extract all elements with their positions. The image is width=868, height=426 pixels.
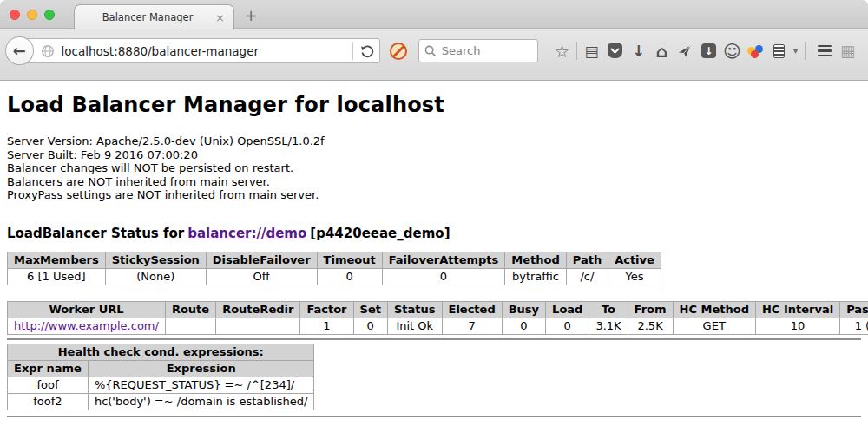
smiley-chat-icon[interactable]: ☺ bbox=[720, 41, 744, 62]
table-cell: 1 bbox=[300, 318, 353, 334]
content-blocked-icon[interactable] bbox=[390, 43, 407, 60]
new-tab-button[interactable]: + bbox=[245, 7, 257, 24]
table-cell: bytraffic bbox=[505, 268, 566, 285]
table-cell: Init Ok bbox=[387, 318, 442, 334]
table-cell: 1 (0) bbox=[840, 318, 868, 334]
column-header: MaxMembers bbox=[8, 252, 106, 268]
reload-icon[interactable] bbox=[355, 44, 379, 58]
tab-title: Balancer Manager bbox=[82, 11, 214, 23]
table-cell: 6 [1 Used] bbox=[8, 268, 106, 285]
send-plane-icon[interactable] bbox=[674, 41, 697, 62]
table-cell: GET bbox=[673, 318, 755, 334]
table-cell: (None) bbox=[105, 268, 206, 285]
column-header: HC Interval bbox=[755, 301, 839, 318]
expr-name-cell: foof bbox=[8, 377, 89, 393]
column-header: To bbox=[589, 301, 628, 318]
proxypass-note-line: ProxyPass settings are NOT inherited fro… bbox=[7, 188, 861, 202]
toolbar-divider bbox=[576, 42, 577, 60]
inherit-note-line: Balancers are NOT inherited from main se… bbox=[7, 175, 861, 189]
table-header-row: Expr name Expression bbox=[8, 360, 314, 377]
table-cell: 0 bbox=[502, 318, 545, 334]
column-header: Worker URL bbox=[8, 301, 166, 318]
page-content: Load Balancer Manager for localhost Serv… bbox=[0, 81, 868, 426]
table-row: foof2 hc('body') =~ /domain is establish… bbox=[8, 393, 314, 410]
table-cell bbox=[216, 318, 300, 334]
column-header: Timeout bbox=[317, 252, 382, 268]
expression-cell: %{REQUEST_STATUS} =~ /^[234]/ bbox=[88, 377, 314, 393]
loadbalancer-status-heading: LoadBalancer Status forbalancer://demo[p… bbox=[7, 226, 861, 241]
tab-close-icon[interactable]: × bbox=[214, 11, 227, 24]
persist-note-line: Balancer changes will NOT be persisted o… bbox=[7, 161, 861, 175]
column-header: Load bbox=[546, 301, 589, 318]
downloads-icon[interactable]: ↓ bbox=[627, 41, 650, 62]
home-icon[interactable]: ⌂ bbox=[650, 41, 674, 62]
column-header: FailoverAttempts bbox=[382, 252, 505, 268]
urlbar-divider bbox=[352, 43, 353, 60]
server-info: Server Version: Apache/2.5.0-dev (Unix) … bbox=[7, 134, 861, 202]
url-bar[interactable]: localhost:8880/balancer-manager bbox=[19, 38, 380, 63]
browser-window: Balancer Manager × + ← localhost:8880/ba… bbox=[0, 0, 868, 426]
colored-dots-addon-icon[interactable] bbox=[744, 41, 767, 62]
expr-name-cell: foof2 bbox=[8, 393, 89, 410]
table-header-row: Worker URL Route RouteRedir Factor Set S… bbox=[8, 301, 868, 318]
table-title-row: Health check cond. expressions: bbox=[8, 344, 314, 360]
bookmark-star-icon[interactable]: ☆ bbox=[550, 41, 574, 62]
column-header: Passes bbox=[840, 301, 868, 318]
worker-url-cell: http://www.example.com/ bbox=[8, 318, 166, 334]
table-cell bbox=[165, 318, 215, 334]
grid-icon: ▦ bbox=[836, 41, 859, 62]
worker-table: Worker URL Route RouteRedir Factor Set S… bbox=[7, 301, 868, 335]
search-input[interactable] bbox=[442, 44, 532, 57]
search-icon bbox=[424, 45, 437, 57]
search-bar[interactable] bbox=[418, 39, 538, 62]
section-divider bbox=[7, 338, 861, 340]
url-text[interactable]: localhost:8880/balancer-manager bbox=[62, 44, 351, 58]
column-header: Active bbox=[608, 252, 661, 268]
dropdown-caret-icon[interactable]: ▾ bbox=[793, 46, 798, 56]
back-button[interactable]: ← bbox=[5, 36, 34, 65]
table-cell: 0 bbox=[382, 268, 505, 285]
balancer-demo-link[interactable]: balancer://demo bbox=[187, 226, 306, 241]
table-cell: Off bbox=[206, 268, 317, 285]
archive-addon-icon[interactable] bbox=[767, 41, 791, 62]
pocket-icon[interactable] bbox=[603, 41, 627, 62]
table-cell: 10 bbox=[755, 318, 839, 334]
column-header: Route bbox=[165, 301, 215, 318]
table-cell: 0 bbox=[546, 318, 589, 334]
download-addon-icon[interactable]: ↓ bbox=[697, 41, 720, 62]
toolbar-icons: ☆ ▤ ↓ ⌂ ↓ ☺ ▾ ▦ bbox=[550, 41, 859, 62]
tab-balancer-manager[interactable]: Balancer Manager × bbox=[74, 4, 234, 29]
clipboard-icon[interactable]: ▤ bbox=[580, 41, 603, 62]
health-table-title: Health check cond. expressions: bbox=[8, 344, 314, 360]
column-header: StickySession bbox=[105, 252, 206, 268]
server-version-line: Server Version: Apache/2.5.0-dev (Unix) … bbox=[7, 134, 861, 148]
hamburger-menu-icon[interactable] bbox=[812, 41, 836, 62]
table-row: foof %{REQUEST_STATUS} =~ /^[234]/ bbox=[8, 377, 314, 393]
table-cell: 3.1K bbox=[589, 318, 628, 334]
balancer-status-table: MaxMembers StickySession DisableFailover… bbox=[7, 252, 661, 285]
table-cell: 2.5K bbox=[628, 318, 673, 334]
column-header: HC Method bbox=[673, 301, 755, 318]
column-header: DisableFailover bbox=[206, 252, 317, 268]
back-arrow-icon: ← bbox=[13, 42, 26, 60]
column-header: Method bbox=[505, 252, 566, 268]
table-row: 6 [1 Used] (None) Off 0 0 bytraffic /c/ … bbox=[8, 268, 661, 285]
minimize-window-button[interactable] bbox=[27, 10, 37, 20]
status-prefix: LoadBalancer Status for bbox=[7, 226, 184, 241]
toolbar-divider bbox=[805, 42, 806, 60]
table-cell: /c/ bbox=[566, 268, 608, 285]
page-title: Load Balancer Manager for localhost bbox=[7, 93, 861, 117]
health-check-table: Health check cond. expressions: Expr nam… bbox=[7, 344, 314, 410]
table-cell: Yes bbox=[608, 268, 661, 285]
table-cell: 0 bbox=[353, 318, 387, 334]
worker-url-link[interactable]: http://www.example.com/ bbox=[14, 319, 159, 332]
column-header: Factor bbox=[300, 301, 353, 318]
close-window-button[interactable] bbox=[10, 10, 20, 20]
tab-bar: Balancer Manager × + bbox=[0, 0, 868, 29]
window-controls bbox=[10, 10, 55, 20]
column-header: Busy bbox=[502, 301, 545, 318]
column-header: RouteRedir bbox=[216, 301, 300, 318]
zoom-window-button[interactable] bbox=[44, 10, 55, 20]
table-row: http://www.example.com/ 1 0 Init Ok 7 0 … bbox=[8, 318, 868, 334]
column-header: Elected bbox=[442, 301, 502, 318]
